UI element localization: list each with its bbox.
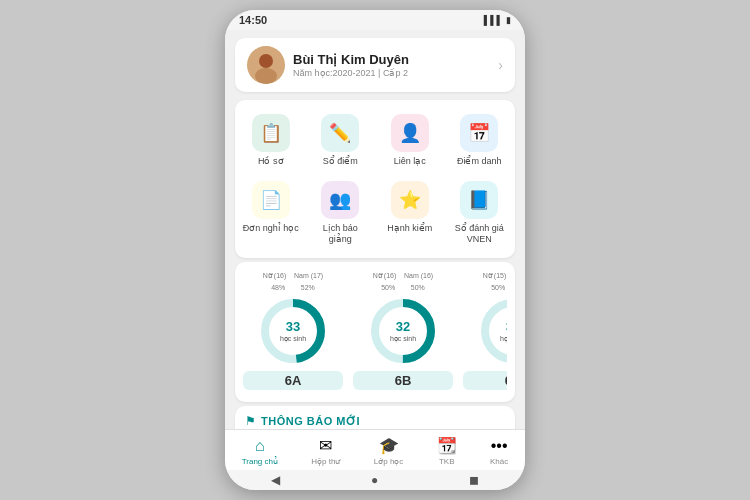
menu-item-ho-so[interactable]: 📋 Hồ sơ: [239, 110, 303, 171]
back-button[interactable]: ◀: [271, 473, 280, 487]
status-time: 14:50: [239, 14, 267, 26]
so-danh-gia-vnen-label: Sổ đánh giá VNEN: [450, 223, 510, 245]
menu-item-lich-bao-giang[interactable]: 👥 Lịch báo giảng: [309, 177, 373, 249]
so-danh-gia-vnen-icon: 📘: [460, 181, 498, 219]
recent-button[interactable]: ◼: [469, 473, 479, 487]
class-total-6B: 32: [390, 320, 416, 334]
home-button[interactable]: ●: [371, 473, 378, 487]
notification-section: ⚑ THÔNG BÁO MỚI Quản trị Trường 17/12/20…: [235, 406, 515, 429]
system-bar: ◀ ● ◼: [225, 470, 525, 490]
class-label-6A: học sinh: [280, 335, 306, 343]
diem-danh-icon: 📅: [460, 114, 498, 152]
menu-item-so-danh-gia-vnen[interactable]: 📘 Sổ đánh giá VNEN: [448, 177, 512, 249]
don-nghi-hoc-icon: 📄: [252, 181, 290, 219]
class-card-6a[interactable]: Nữ (16) Nam (17) 48% 52% 33 học sinh 6A: [243, 272, 343, 390]
donut-center-6C: 30 học sinh: [500, 320, 507, 342]
lop-hoc-nav-icon: 🎓: [379, 436, 399, 455]
notif-title: THÔNG BÁO MỚI: [261, 415, 360, 428]
nav-item-trang-chu[interactable]: ⌂ Trang chủ: [236, 435, 284, 468]
hanh-kiem-icon: ⭐: [391, 181, 429, 219]
donut-center-6A: 33 học sinh: [280, 320, 306, 342]
profile-info: Bùi Thị Kim Duyên Năm học:2020-2021 | Cấ…: [293, 52, 409, 78]
notif-flag-icon: ⚑: [245, 414, 256, 428]
signal-icon: ▌▌▌: [484, 15, 503, 25]
diem-danh-label: Điểm danh: [457, 156, 502, 167]
class-name-6C: 6C: [463, 371, 507, 390]
nav-item-khac[interactable]: ••• Khác: [484, 435, 514, 468]
menu-item-diem-danh[interactable]: 📅 Điểm danh: [448, 110, 512, 171]
khac-nav-icon: •••: [491, 437, 508, 455]
class-label-6B: học sinh: [390, 335, 416, 343]
class-label-6C: học sinh: [500, 335, 507, 343]
nav-item-lop-hoc[interactable]: 🎓 Lớp học: [368, 434, 410, 468]
profile-card[interactable]: Bùi Thị Kim Duyên Năm học:2020-2021 | Cấ…: [235, 38, 515, 92]
donut-6B: 32 học sinh: [367, 295, 439, 367]
class-card-6c[interactable]: Nữ (15) Nam (15) 50% 50% 30 học sinh 6C: [463, 272, 507, 390]
lien-lac-icon: 👤: [391, 114, 429, 152]
class-total-6A: 33: [280, 320, 306, 334]
donut-percent-label-6B: 50% 50%: [381, 284, 425, 291]
lich-bao-giang-label: Lịch báo giảng: [311, 223, 371, 245]
menu-item-hanh-kiem[interactable]: ⭐ Hạnh kiểm: [378, 177, 442, 249]
bottom-nav: ⌂ Trang chủ ✉ Hộp thư 🎓 Lớp học 📆 TKB ••…: [225, 429, 525, 470]
scroll-content[interactable]: Bùi Thị Kim Duyên Năm học:2020-2021 | Cấ…: [225, 30, 525, 429]
lien-lac-label: Liên lạc: [394, 156, 426, 167]
profile-name: Bùi Thị Kim Duyên: [293, 52, 409, 67]
donut-female-label-6A: Nữ (16) Nam (17): [263, 272, 323, 280]
menu-item-so-diem[interactable]: ✏️ Sổ điểm: [309, 110, 373, 171]
phone-container: 14:50 ▌▌▌ ▮ Bùi Thị Kim Duyên Năm học:20…: [225, 10, 525, 490]
notif-header: ⚑ THÔNG BÁO MỚI: [245, 414, 505, 428]
menu-grid: 📋 Hồ sơ ✏️ Sổ điểm 👤 Liên lạc 📅 Điểm dan…: [239, 110, 511, 248]
battery-icon: ▮: [506, 15, 511, 25]
class-total-6C: 30: [500, 320, 507, 334]
stats-scroll[interactable]: Nữ (16) Nam (17) 48% 52% 33 học sinh 6A …: [243, 272, 507, 392]
profile-subtitle: Năm học:2020-2021 | Cấp 2: [293, 68, 409, 78]
tkb-nav-icon: 📆: [437, 436, 457, 455]
donut-female-label-6B: Nữ (16) Nam (16): [373, 272, 433, 280]
class-name-6B: 6B: [353, 371, 453, 390]
nav-item-hop-thu[interactable]: ✉ Hộp thư: [305, 434, 346, 468]
menu-item-lien-lac[interactable]: 👤 Liên lạc: [378, 110, 442, 171]
lich-bao-giang-icon: 👥: [321, 181, 359, 219]
lop-hoc-nav-label: Lớp học: [374, 457, 404, 466]
profile-left: Bùi Thị Kim Duyên Năm học:2020-2021 | Cấ…: [247, 46, 409, 84]
trang-chu-nav-label: Trang chủ: [242, 457, 278, 466]
svg-point-2: [255, 68, 277, 84]
status-bar: 14:50 ▌▌▌ ▮: [225, 10, 525, 30]
menu-section: 📋 Hồ sơ ✏️ Sổ điểm 👤 Liên lạc 📅 Điểm dan…: [235, 100, 515, 258]
trang-chu-nav-icon: ⌂: [255, 437, 265, 455]
hop-thu-nav-label: Hộp thư: [311, 457, 340, 466]
donut-center-6B: 32 học sinh: [390, 320, 416, 342]
status-icons: ▌▌▌ ▮: [484, 15, 511, 25]
donut-female-label-6C: Nữ (15) Nam (15): [483, 272, 507, 280]
ho-so-label: Hồ sơ: [258, 156, 284, 167]
hanh-kiem-label: Hạnh kiểm: [387, 223, 432, 234]
avatar: [247, 46, 285, 84]
khac-nav-label: Khác: [490, 457, 508, 466]
donut-6A: 33 học sinh: [257, 295, 329, 367]
so-diem-label: Sổ điểm: [323, 156, 358, 167]
class-name-6A: 6A: [243, 371, 343, 390]
so-diem-icon: ✏️: [321, 114, 359, 152]
stats-section: Nữ (16) Nam (17) 48% 52% 33 học sinh 6A …: [235, 262, 515, 402]
menu-item-don-nghi-hoc[interactable]: 📄 Đơn nghỉ học: [239, 177, 303, 249]
chevron-right-icon[interactable]: ›: [498, 57, 503, 73]
class-card-6b[interactable]: Nữ (16) Nam (16) 50% 50% 32 học sinh 6B: [353, 272, 453, 390]
tkb-nav-label: TKB: [439, 457, 455, 466]
hop-thu-nav-icon: ✉: [319, 436, 332, 455]
donut-6C: 30 học sinh: [477, 295, 507, 367]
donut-percent-label-6C: 50% 50%: [491, 284, 507, 291]
ho-so-icon: 📋: [252, 114, 290, 152]
don-nghi-hoc-label: Đơn nghỉ học: [243, 223, 299, 234]
donut-percent-label-6A: 48% 52%: [271, 284, 315, 291]
nav-item-tkb[interactable]: 📆 TKB: [431, 434, 463, 468]
svg-point-1: [259, 54, 273, 68]
